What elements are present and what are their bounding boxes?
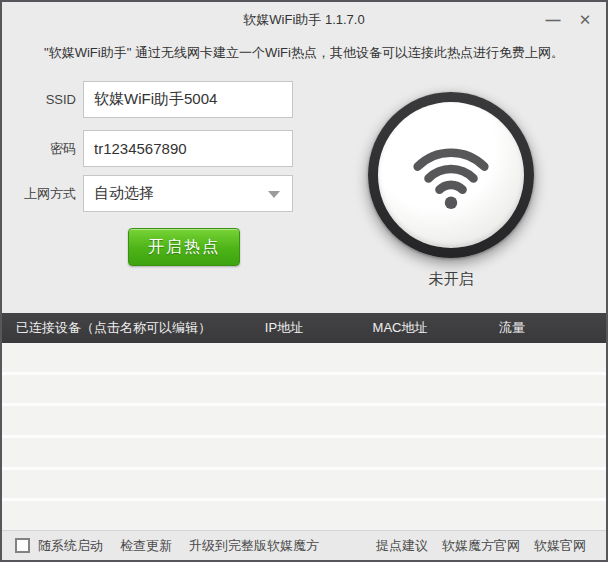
column-ip: IP地址 <box>265 313 303 343</box>
feedback-link[interactable]: 提点建议 <box>376 537 428 555</box>
window-controls: — ✕ <box>542 8 596 30</box>
upgrade-link[interactable]: 升级到完整版软媒魔方 <box>189 537 319 555</box>
window-title: 软媒WiFi助手 1.1.7.0 <box>2 11 606 29</box>
table-row <box>2 501 606 530</box>
titlebar[interactable]: 软媒WiFi助手 1.1.7.0 — ✕ <box>2 2 606 34</box>
column-mac: MAC地址 <box>373 313 428 343</box>
wifi-icon <box>403 132 499 218</box>
wifi-status-indicator <box>368 92 534 258</box>
app-window: 软媒WiFi助手 1.1.7.0 — ✕ "软媒WiFi助手" 通过无线网卡建立… <box>0 0 608 562</box>
close-button[interactable]: ✕ <box>574 8 596 30</box>
ruanmei-site-link[interactable]: 软媒官网 <box>534 537 586 555</box>
hotspot-status-text: 未开启 <box>368 270 534 289</box>
table-row <box>2 470 606 499</box>
network-mode-label: 上网方式 <box>2 175 76 212</box>
chevron-down-icon <box>268 191 280 198</box>
autostart-checkbox[interactable] <box>15 538 30 553</box>
network-mode-value: 自动选择 <box>94 184 154 203</box>
ssid-label: SSID <box>2 81 76 118</box>
column-traffic: 流量 <box>499 313 525 343</box>
devices-table-header: 已连接设备（点击名称可以编辑） IP地址 MAC地址 流量 <box>2 313 606 343</box>
start-hotspot-button[interactable]: 开启热点 <box>128 228 240 266</box>
password-label: 密码 <box>2 130 76 167</box>
table-row <box>2 375 606 404</box>
app-description: "软媒WiFi助手" 通过无线网卡建立一个WiFi热点，其他设备可以连接此热点进… <box>2 44 606 62</box>
footer-bar: 随系统启动 检查更新 升级到完整版软媒魔方 提点建议 软媒魔方官网 软媒官网 <box>2 530 606 560</box>
table-row <box>2 438 606 467</box>
network-mode-select[interactable]: 自动选择 <box>83 175 293 212</box>
ssid-input[interactable] <box>83 81 293 118</box>
mofang-site-link[interactable]: 软媒魔方官网 <box>442 537 520 555</box>
check-update-link[interactable]: 检查更新 <box>120 537 172 555</box>
autostart-label[interactable]: 随系统启动 <box>38 537 103 555</box>
wifi-disc <box>378 102 524 248</box>
footer-left: 随系统启动 检查更新 升级到完整版软媒魔方 <box>2 537 319 555</box>
password-input[interactable] <box>83 130 293 167</box>
table-row <box>2 343 606 372</box>
devices-table-body <box>2 343 606 530</box>
table-row <box>2 406 606 435</box>
column-devices: 已连接设备（点击名称可以编辑） <box>16 313 211 343</box>
minimize-button[interactable]: — <box>542 8 564 30</box>
footer-right: 提点建议 软媒魔方官网 软媒官网 <box>376 537 606 555</box>
